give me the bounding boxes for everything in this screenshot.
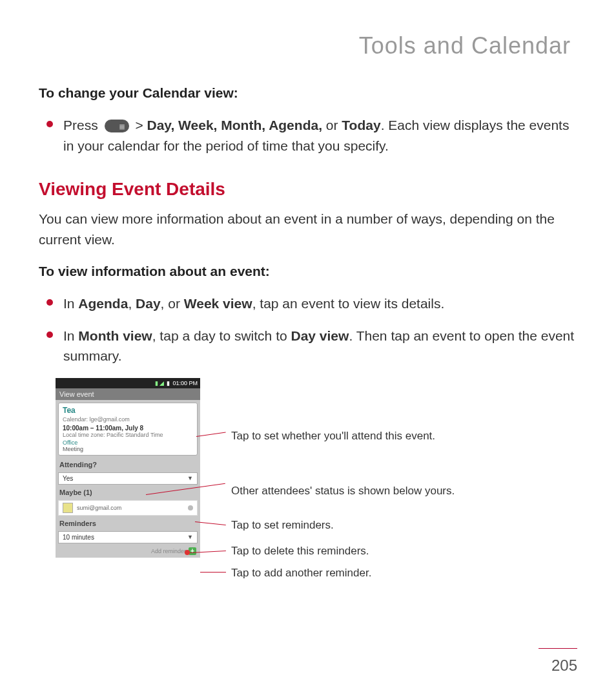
text: , [128,296,132,311]
event-calendar: Calendar: lge@gmail.com [63,416,193,423]
leader-line [200,572,226,573]
reminder-value: 10 minutes [63,534,94,541]
bold-text: Day view [291,328,349,343]
status-bar: ▮ ◢ ▮ 01:00 PM [56,378,200,388]
bold-text: Day [136,296,161,311]
bullet-item: In Agenda, Day, or Week view, tap an eve… [39,293,577,314]
subheading-view-info: To view information about an event: [39,264,577,279]
bold-text: Agenda [78,296,128,311]
bullet-text: Press > Day, Week, Month, Agenda, or Tod… [63,115,577,156]
menu-key-icon [105,120,129,132]
callout-add-reminder: Tap to add another reminder. [231,567,371,580]
event-location: Office [63,439,193,446]
text: In [63,296,75,311]
bullet-item: In Month view, tap a day to switch to Da… [39,326,577,366]
callout-attendees: Other attendees' status is shown below y… [231,485,455,498]
bold-text: Day, Week, Month, Agenda, [147,118,322,132]
figure-area: ▮ ◢ ▮ 01:00 PM View event Tea Calendar: … [56,378,577,598]
add-reminder-row[interactable]: Add reminder + [56,545,200,558]
attending-dropdown[interactable]: Yes ▼ [58,472,198,485]
event-card: Tea Calendar: lge@gmail.com 10:00am – 11… [58,403,198,456]
event-timezone: Local time zone: Pacific Standard Time [63,432,193,438]
text: or [326,118,338,132]
attendee-row: sumi@gmail.com [58,500,198,516]
bullet-icon [46,331,53,338]
bold-text: Today [342,118,380,132]
bullet-text: In Month view, tap a day to switch to Da… [63,326,577,366]
page-title: Tools and Calendar [39,32,577,59]
text: > [135,118,143,132]
event-description: Meeting [63,446,193,452]
battery-icon: ▮ [167,380,170,386]
bullet-item: Press > Day, Week, Month, Agenda, or Tod… [39,115,577,156]
callout-delete-reminder: Tap to delete this reminders. [231,545,369,558]
plus-icon: + [189,547,196,555]
callout-attend: Tap to set whether you'll attend this ev… [231,430,435,443]
screen-title: View event [56,388,200,400]
leader-line [196,432,226,436]
attending-label: Attending? [56,458,200,471]
add-reminder-label: Add reminder [151,548,186,554]
reminder-dropdown[interactable]: 10 minutes ▼ [58,531,198,543]
paragraph: You can view more information about an e… [39,209,577,249]
bullet-text: In Agenda, Day, or Week view, tap an eve… [63,293,444,314]
page-number: 205 [551,657,577,675]
text: In [63,328,75,343]
chevron-down-icon: ▼ [187,475,193,481]
subheading-change-view: To change your Calendar view: [39,85,577,101]
phone-screenshot: ▮ ◢ ▮ 01:00 PM View event Tea Calendar: … [56,378,200,558]
status-time: 01:00 PM [172,380,198,386]
section-title: Viewing Event Details [39,179,577,200]
text: , tap a day to switch to [152,328,287,343]
reminders-label: Reminders [56,517,200,530]
bullet-icon [46,299,53,306]
attending-value: Yes [63,475,73,482]
event-time: 10:00am – 11:00am, July 8 [63,425,193,432]
event-name: Tea [63,406,193,415]
attendee-email: sumi@gmail.com [77,505,121,511]
delete-reminder-icon[interactable] [185,550,190,555]
avatar-icon [63,503,73,513]
bullet-icon [46,121,53,127]
text: , tap an event to view its details. [252,296,445,311]
callout-set-reminders: Tap to set reminders. [231,519,334,532]
text: Press [63,118,98,132]
bold-text: Week view [184,296,252,311]
signal-icon: ▮ ◢ [155,380,165,386]
maybe-label: Maybe (1) [56,486,200,499]
chevron-down-icon: ▼ [187,534,193,540]
bold-text: Month view [78,328,152,343]
status-dot-icon [188,505,193,510]
text: , or [161,296,180,311]
page-number-rule [539,648,577,649]
